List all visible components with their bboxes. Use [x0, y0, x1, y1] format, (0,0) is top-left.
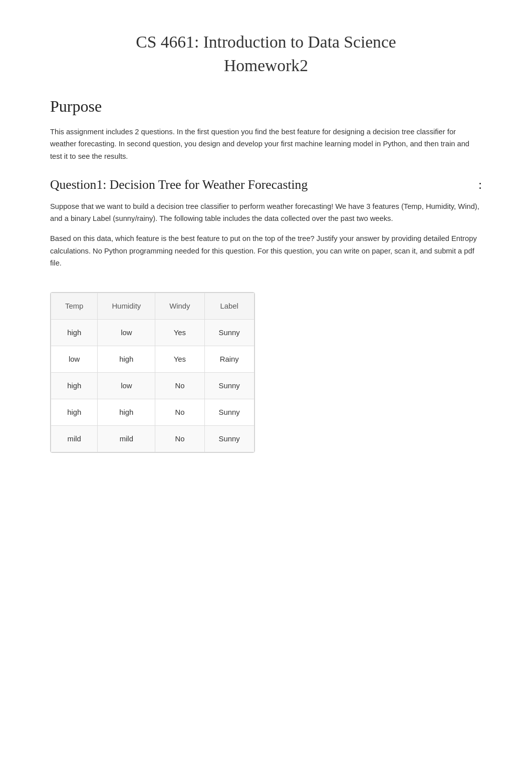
- question1-paragraph2: Based on this data, which feature is the…: [50, 232, 482, 269]
- table-cell: high: [51, 399, 98, 426]
- data-table: TempHumidityWindyLabel highlowYesSunnylo…: [51, 293, 254, 452]
- table-cell: high: [98, 346, 155, 373]
- table-cell: mild: [98, 426, 155, 452]
- question1-colon: :: [478, 177, 482, 192]
- question1-paragraph1: Suppose that we want to build a decision…: [50, 200, 482, 225]
- table-header-row: TempHumidityWindyLabel: [51, 293, 254, 320]
- table-cell: Sunny: [204, 320, 254, 346]
- table-cell: Sunny: [204, 426, 254, 452]
- table-body: highlowYesSunnylowhighYesRainyhighlowNoS…: [51, 320, 254, 452]
- page-wrapper: CS 4661: Introduction to Data Science Ho…: [50, 30, 482, 455]
- table-cell: low: [51, 346, 98, 373]
- purpose-section: Purpose This assignment includes 2 quest…: [50, 97, 482, 162]
- title-line2: Homework2: [224, 56, 308, 75]
- table-col-header: Humidity: [98, 293, 155, 320]
- table-row: highhighNoSunny: [51, 399, 254, 426]
- table-cell: Yes: [155, 346, 204, 373]
- table-cell: high: [51, 320, 98, 346]
- page-header: CS 4661: Introduction to Data Science Ho…: [50, 30, 482, 77]
- table-cell: Rainy: [204, 346, 254, 373]
- table-cell: No: [155, 399, 204, 426]
- table-cell: high: [51, 373, 98, 399]
- question1-heading: Question1: Decision Tree for Weather For…: [50, 177, 482, 192]
- table-row: mildmildNoSunny: [51, 426, 254, 452]
- table-cell: high: [98, 399, 155, 426]
- table-container: TempHumidityWindyLabel highlowYesSunnylo…: [50, 292, 255, 453]
- question1-section: Question1: Decision Tree for Weather For…: [50, 177, 482, 455]
- table-cell: Yes: [155, 320, 204, 346]
- table-cell: Sunny: [204, 399, 254, 426]
- table-cell: low: [98, 373, 155, 399]
- purpose-body: This assignment includes 2 questions. In…: [50, 126, 482, 162]
- table-cell: No: [155, 373, 204, 399]
- table-col-header: Label: [204, 293, 254, 320]
- question1-heading-text: Question1: Decision Tree for Weather For…: [50, 177, 308, 192]
- table-col-header: Windy: [155, 293, 204, 320]
- purpose-heading: Purpose: [50, 97, 482, 116]
- table-row: highlowNoSunny: [51, 373, 254, 399]
- table-row: lowhighYesRainy: [51, 346, 254, 373]
- table-cell: Sunny: [204, 373, 254, 399]
- table-row: highlowYesSunny: [51, 320, 254, 346]
- table-cell: No: [155, 426, 204, 452]
- table-cell: low: [98, 320, 155, 346]
- page-title: CS 4661: Introduction to Data Science Ho…: [50, 30, 482, 77]
- title-line1: CS 4661: Introduction to Data Science: [136, 33, 396, 51]
- table-col-header: Temp: [51, 293, 98, 320]
- table-cell: mild: [51, 426, 98, 452]
